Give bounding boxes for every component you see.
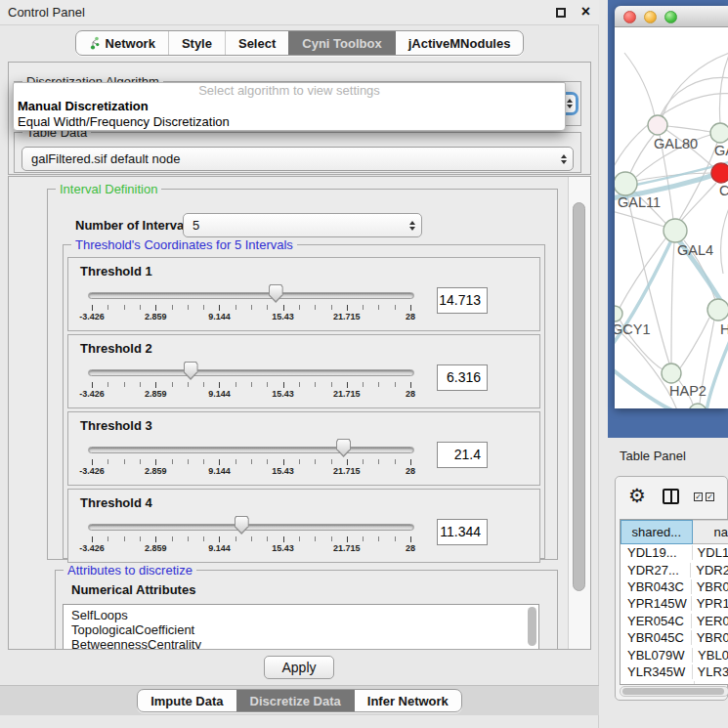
network-canvas[interactable]: GAL80GACGAL11GAL4GCY1HHAP2: [615, 27, 728, 408]
table-hscrollbar[interactable]: [620, 686, 728, 697]
threshold-value-field[interactable]: 14.713: [437, 287, 488, 314]
table-row[interactable]: YDL19...YDL1: [621, 544, 728, 561]
panel-title: Control Panel: [8, 5, 85, 20]
tick-mark: [107, 536, 108, 541]
tab-discretize-data[interactable]: Discretize Data: [236, 690, 354, 711]
table-row[interactable]: YIL052CYIL0: [621, 680, 728, 685]
tick-mark: [299, 382, 300, 387]
slider-handle[interactable]: [184, 362, 198, 380]
close-icon[interactable]: ×: [581, 3, 590, 21]
network-edge-highlighted: [707, 336, 728, 408]
cell-shared-name[interactable]: YBL079W: [621, 648, 693, 663]
cell-name[interactable]: YLR3: [693, 664, 728, 679]
tick-mark: [124, 382, 125, 387]
cell-name[interactable]: YER0: [692, 614, 728, 628]
zoom-traffic-light-icon[interactable]: [664, 11, 677, 23]
cell-name[interactable]: YBR0: [692, 579, 728, 594]
list-scrollbar-thumb[interactable]: [528, 607, 536, 646]
cell-shared-name[interactable]: YDR27...: [621, 563, 691, 578]
slider-handle[interactable]: [235, 516, 249, 535]
apply-button[interactable]: Apply: [264, 656, 334, 679]
cell-name[interactable]: YDL1: [693, 545, 728, 560]
attribute-list-item[interactable]: BetweennessCentrality: [64, 637, 538, 650]
slider-handle[interactable]: [269, 284, 283, 303]
close-traffic-light-icon[interactable]: [623, 11, 636, 23]
tick-mark: [363, 459, 364, 464]
table-row[interactable]: YPR145WYPR1: [621, 595, 728, 612]
network-node-ga[interactable]: [710, 123, 728, 143]
table-data-select[interactable]: galFiltered.sif default node: [21, 147, 574, 171]
slider-track[interactable]: [88, 292, 414, 299]
algorithm-option[interactable]: Equal Width/Frequency Discretization: [14, 114, 565, 130]
tick-label: -3.426: [68, 389, 115, 399]
tick-mark: [219, 305, 220, 311]
attribute-list-item[interactable]: SelfLoops: [64, 608, 538, 622]
tab-infer-network[interactable]: Infer Network: [354, 690, 461, 711]
cell-shared-name[interactable]: YBR043C: [621, 579, 692, 594]
algorithm-option[interactable]: Manual Discretization: [14, 99, 565, 114]
table-row[interactable]: YER054CYER0: [621, 613, 728, 629]
checkbox-icon: ✓: [706, 492, 714, 501]
minimize-traffic-light-icon[interactable]: [644, 11, 657, 23]
node-label: GAL4: [677, 242, 713, 258]
threshold-value-field[interactable]: 21.4: [437, 442, 488, 468]
tick-mark: [236, 305, 236, 310]
threshold-value-field[interactable]: 6.316: [437, 364, 488, 391]
network-node-hap2[interactable]: [662, 364, 681, 383]
table-rows: YDL19...YDL1YDR27...YDR2YBR043CYBR0YPR14…: [621, 544, 728, 685]
table-panel-body: ⚙ ✓ ✓ shared... na YDL19...YDL1YDR27...Y…: [615, 476, 728, 701]
slider-track[interactable]: [88, 369, 414, 376]
tab-select[interactable]: Select: [225, 31, 288, 55]
network-node-c[interactable]: [711, 163, 728, 183]
table-row[interactable]: YBL079WYBL0: [621, 646, 728, 663]
numerical-attributes-list[interactable]: SelfLoopsTopologicalCoefficientBetweenne…: [63, 604, 539, 650]
table-row[interactable]: YBR043CYBR0: [621, 578, 728, 595]
cell-shared-name[interactable]: YDL19...: [621, 545, 693, 560]
cell-shared-name[interactable]: YBR045C: [621, 630, 692, 645]
threshold-value-field[interactable]: 11.344: [437, 519, 488, 545]
cell-shared-name[interactable]: YIL052C: [621, 681, 695, 685]
slider-handle[interactable]: [336, 439, 351, 457]
tick-mark: [140, 382, 141, 387]
network-node-h[interactable]: [707, 299, 728, 321]
network-node-gal80[interactable]: [648, 115, 667, 135]
table-hscrollbar-thumb[interactable]: [622, 688, 724, 695]
row-checkboxes-icon[interactable]: ✓ ✓: [694, 492, 714, 501]
slider-track[interactable]: [88, 524, 414, 531]
cell-name[interactable]: YIL0: [695, 681, 726, 685]
tab-network[interactable]: Network: [76, 31, 168, 55]
column-header-shared-name[interactable]: shared...: [621, 520, 693, 544]
settings-gear-icon[interactable]: ⚙: [628, 485, 646, 506]
table-row[interactable]: YDR27...YDR2: [621, 561, 728, 578]
column-header-name[interactable]: na: [693, 520, 728, 544]
tick-mark: [92, 305, 93, 311]
attribute-list-item[interactable]: TopologicalCoefficient: [64, 622, 538, 637]
tab-label: jActiveMNodules: [408, 36, 511, 51]
cell-name[interactable]: YBL0: [693, 648, 728, 663]
table-row[interactable]: YBR045CYBR0: [621, 629, 728, 646]
settings-scrollbar-thumb[interactable]: [573, 202, 585, 591]
column-layout-icon[interactable]: [663, 489, 679, 504]
tab-style[interactable]: Style: [168, 31, 225, 55]
cell-name[interactable]: YDR2: [691, 563, 728, 578]
tab-jactivemnodules[interactable]: jActiveMNodules: [395, 31, 524, 55]
slider-track[interactable]: [88, 447, 414, 453]
settings-scrollbar[interactable]: [568, 177, 590, 649]
network-node[interactable]: [689, 404, 707, 408]
tab-cyni-toolbox[interactable]: Cyni Toolbox: [288, 31, 394, 55]
cell-shared-name[interactable]: YER054C: [621, 614, 692, 628]
combo-stepper-icon: [561, 154, 573, 164]
tick-mark: [251, 459, 252, 464]
float-window-icon[interactable]: [556, 8, 566, 18]
network-node-gcy1[interactable]: [615, 306, 622, 321]
number-of-intervals-select[interactable]: 5: [183, 213, 422, 237]
network-window-titlebar[interactable]: [615, 6, 728, 27]
cell-name[interactable]: YPR1: [692, 596, 728, 611]
cell-shared-name[interactable]: YPR145W: [621, 596, 692, 611]
network-node-gal4[interactable]: [664, 219, 687, 242]
cell-name[interactable]: YBR0: [692, 630, 728, 645]
table-row[interactable]: YLR345WYLR3: [621, 664, 728, 680]
network-node-gal11[interactable]: [615, 172, 637, 195]
cell-shared-name[interactable]: YLR345W: [621, 664, 693, 679]
tab-impute-data[interactable]: Impute Data: [138, 690, 236, 711]
